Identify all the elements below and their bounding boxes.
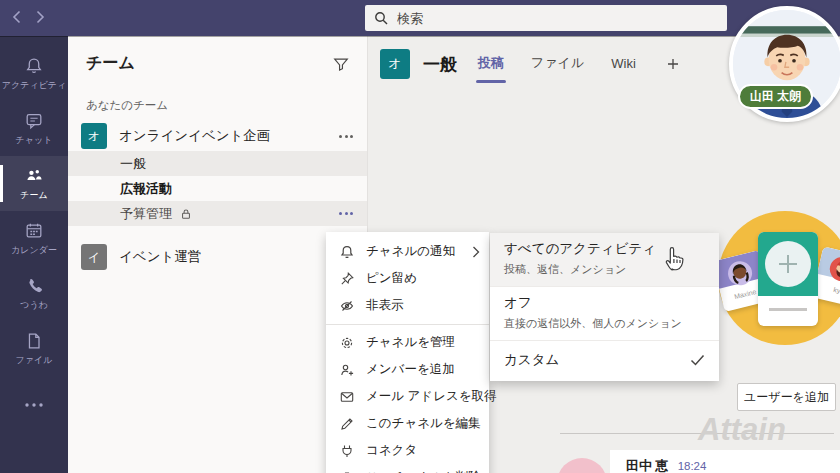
menu-item-add-member[interactable]: メンバーを追加 (326, 356, 489, 383)
menu-item-hide[interactable]: 非表示 (326, 292, 489, 319)
bell-icon (24, 56, 44, 76)
menu-item-channel-notifications[interactable]: チャネルの通知 (326, 238, 489, 265)
channel-row-pr[interactable]: 広報活動 (68, 176, 367, 201)
teams-app-window: アクティビティ チャット チーム カレンダー つうわ (0, 0, 840, 473)
rail-item-chat[interactable]: チャット (0, 101, 68, 156)
submenu-item-all-activity[interactable]: すべてのアクティビティ 投稿、返信、メンション (490, 233, 719, 287)
submenu-item-off[interactable]: オフ 直接の返信以外、個人のメンション (490, 287, 719, 341)
search-box[interactable] (365, 5, 727, 31)
message-author-avatar (557, 458, 607, 473)
channel-notifications-submenu: すべてのアクティビティ 投稿、返信、メンション オフ 直接の返信以外、個人のメン… (490, 233, 719, 381)
channel-tabs: 投稿 ファイル Wiki (478, 54, 679, 74)
channel-context-menu: チャネルの通知 ピン留め 非表示 チャネルを管理 (326, 232, 489, 473)
menu-item-connectors[interactable]: コネクタ (326, 437, 489, 464)
rail-item-activity[interactable]: アクティビティ (0, 46, 68, 101)
tab-wiki[interactable]: Wiki (611, 56, 636, 73)
menu-divider (326, 324, 489, 325)
menu-item-pin[interactable]: ピン留め (326, 265, 489, 292)
search-input[interactable] (395, 10, 718, 27)
search-icon (374, 11, 388, 25)
forward-icon[interactable] (36, 10, 45, 24)
menu-item-delete-channel[interactable]: このチャネルを削除 (326, 464, 489, 473)
lock-icon (180, 208, 192, 220)
rail-item-calendar[interactable]: カレンダー (0, 211, 68, 266)
channel-row-budget[interactable]: 予算管理 (68, 201, 367, 226)
channel-row-general[interactable]: 一般 (68, 151, 367, 176)
attain-watermark: Attain (698, 412, 786, 448)
team-name: イベント運営 (119, 248, 353, 266)
app-rail: アクティビティ チャット チーム カレンダー つうわ (0, 36, 68, 473)
team-more-options-icon[interactable] (339, 135, 353, 138)
person-add-icon (339, 362, 355, 378)
file-icon (24, 331, 44, 351)
trash-icon (339, 470, 355, 473)
team-row-online-event[interactable]: オ オンラインイベント企画 (68, 121, 367, 151)
rail-item-label: チャット (16, 134, 53, 147)
panel-title: チーム (86, 53, 135, 74)
rail-item-label: ファイル (16, 354, 53, 367)
add-user-button[interactable]: ユーザーを追加 (737, 383, 836, 411)
add-tab-icon[interactable] (667, 58, 679, 70)
envelope-icon (339, 389, 355, 405)
add-member-plus-icon (765, 241, 811, 287)
channel-title: 一般 (423, 53, 457, 76)
team-name: オンラインイベント企画 (119, 127, 327, 145)
team-avatar: イ (81, 244, 107, 270)
team-row-event-ops[interactable]: イ イベント運営 (68, 242, 367, 272)
rail-item-label: アクティビティ (2, 79, 66, 92)
menu-item-manage-channel[interactable]: チャネルを管理 (326, 329, 489, 356)
bell-icon (339, 244, 355, 260)
message-preview[interactable]: 田中 恵 18:24 (610, 450, 840, 473)
filter-icon[interactable] (332, 55, 350, 73)
calendar-icon (24, 221, 44, 241)
tab-posts[interactable]: 投稿 (478, 54, 504, 74)
pin-icon (339, 271, 355, 287)
message-timestamp: 18:24 (678, 460, 707, 472)
rail-item-teams[interactable]: チーム (0, 156, 68, 211)
rail-item-label: チーム (20, 189, 47, 202)
illustration-card-add (758, 232, 818, 326)
top-bar (0, 0, 840, 36)
back-icon[interactable] (12, 10, 21, 24)
rail-item-files[interactable]: ファイル (0, 321, 68, 376)
chevron-right-icon (472, 246, 480, 258)
pencil-icon (339, 416, 355, 432)
menu-item-get-email[interactable]: メール アドレスを取得 (326, 383, 489, 410)
teams-list-panel: チーム あなたのチーム オ オンラインイベント企画 一般 広報活動 予算管理 イ (68, 36, 368, 473)
chat-icon (24, 111, 44, 131)
rail-item-label: カレンダー (11, 244, 57, 257)
channel-more-options-icon[interactable] (339, 212, 353, 215)
channel-avatar: オ (380, 49, 410, 79)
rail-item-label: つうわ (20, 299, 48, 312)
phone-icon (24, 276, 44, 296)
menu-item-edit-channel[interactable]: このチャネルを編集 (326, 410, 489, 437)
gear-icon (339, 335, 355, 351)
message-author: 田中 恵 (626, 457, 669, 473)
presenter-overlay: 山田 太朗 (729, 6, 840, 122)
connector-icon (339, 443, 355, 459)
checkmark-icon (690, 354, 705, 366)
your-teams-section-label: あなたのチーム (86, 98, 367, 113)
rail-more-apps-button[interactable] (0, 384, 68, 426)
ellipsis-icon (25, 403, 43, 407)
rail-item-calls[interactable]: つうわ (0, 266, 68, 321)
submenu-item-custom[interactable]: カスタム (490, 341, 719, 381)
team-avatar: オ (81, 123, 107, 149)
presenter-name-label: 山田 太朗 (738, 84, 813, 109)
teams-icon (24, 166, 44, 186)
tab-files[interactable]: ファイル (531, 54, 584, 74)
message-divider (560, 433, 834, 434)
eye-off-icon (339, 298, 355, 314)
